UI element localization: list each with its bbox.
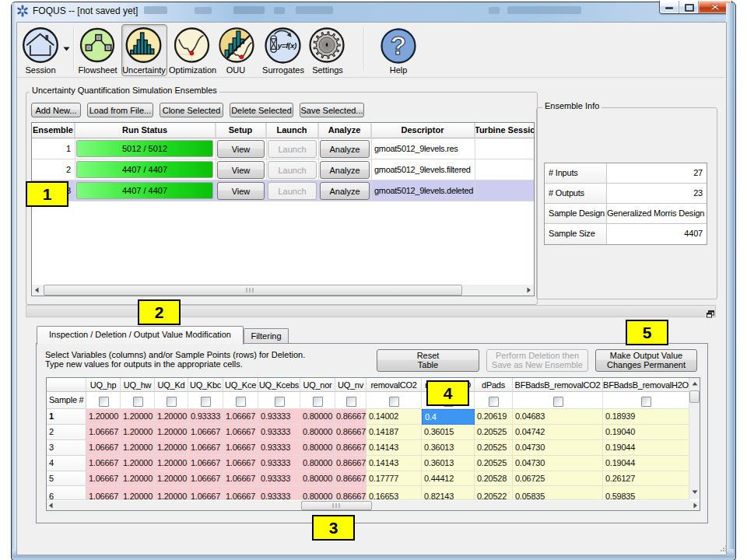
svg-text:y=f(x): y=f(x) [277,41,296,50]
svg-text:?: ? [391,30,407,60]
